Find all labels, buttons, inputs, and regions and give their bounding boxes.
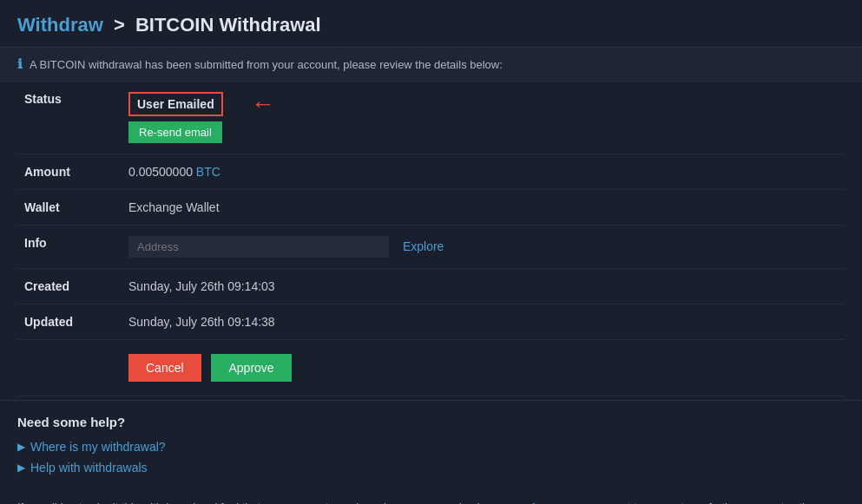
arrow-annotation: ← <box>251 92 275 116</box>
breadcrumb-separator: > <box>114 14 125 36</box>
amount-value: 0.00500000 <box>128 165 193 179</box>
help-link-2-text: Help with withdrawals <box>30 461 148 475</box>
status-row: Status User Emailed Re-send email ← <box>17 82 845 154</box>
created-row: Created Sunday, July 26th 09:14:03 <box>17 269 845 304</box>
info-label: Info <box>17 226 122 269</box>
section-divider <box>0 400 862 401</box>
details-table: Status User Emailed Re-send email ← <box>17 82 845 396</box>
amount-label: Amount <box>17 154 122 190</box>
wallet-value: Exchange Wallet <box>122 190 845 226</box>
cancel-button[interactable]: Cancel <box>128 354 201 382</box>
action-buttons-cell: Cancel Approve <box>122 340 845 396</box>
help-link-withdrawal-location[interactable]: ▶ Where is my withdrawal? <box>17 440 845 454</box>
status-value-cell: User Emailed Re-send email ← <box>122 82 845 154</box>
amount-row: Amount 0.00500000 BTC <box>17 154 845 190</box>
action-row: Cancel Approve <box>17 340 845 396</box>
info-icon: ℹ <box>17 56 23 72</box>
created-label: Created <box>17 269 122 304</box>
breadcrumb: Withdraw > BITCOIN Withdrawal <box>17 14 845 36</box>
chevron-icon-2: ▶ <box>17 461 25 474</box>
amount-value-cell: 0.00500000 BTC <box>122 154 845 190</box>
warning-text-before: If you did not submit this withdrawal an… <box>17 501 532 504</box>
freeze-account-link[interactable]: freeze your account <box>532 501 631 504</box>
warning-text-after: to prevent any further account actions. <box>631 501 826 504</box>
wallet-label: Wallet <box>17 190 122 226</box>
status-label: Status <box>17 82 122 154</box>
info-message: A BITCOIN withdrawal has been submitted … <box>30 58 503 71</box>
help-link-withdrawals[interactable]: ▶ Help with withdrawals <box>17 461 845 475</box>
info-row: Info Explore <box>17 226 845 269</box>
created-value: Sunday, July 26th 09:14:03 <box>122 269 845 304</box>
arrow-icon: ← <box>251 92 275 116</box>
help-section: Need some help? ▶ Where is my withdrawal… <box>0 415 862 499</box>
info-value-cell: Explore <box>122 226 845 269</box>
page-title: BITCOIN Withdrawal <box>135 14 321 36</box>
action-label-cell <box>17 340 122 396</box>
help-title: Need some help? <box>17 415 845 429</box>
status-text: User Emailed <box>137 97 214 111</box>
approve-button[interactable]: Approve <box>211 354 291 382</box>
withdraw-breadcrumb-link[interactable]: Withdraw <box>17 14 103 36</box>
help-link-1-text: Where is my withdrawal? <box>30 440 166 454</box>
wallet-row: Wallet Exchange Wallet <box>17 190 845 226</box>
updated-row: Updated Sunday, July 26th 09:14:38 <box>17 304 845 340</box>
address-input[interactable] <box>128 236 389 258</box>
updated-value: Sunday, July 26th 09:14:38 <box>122 304 845 340</box>
explore-link[interactable]: Explore <box>403 239 444 253</box>
main-content: Status User Emailed Re-send email ← <box>0 82 862 396</box>
updated-label: Updated <box>17 304 122 340</box>
info-bar: ℹ A BITCOIN withdrawal has been submitte… <box>0 48 862 82</box>
chevron-icon-1: ▶ <box>17 441 25 453</box>
page-header: Withdraw > BITCOIN Withdrawal <box>0 0 862 48</box>
warning-text: If you did not submit this withdrawal an… <box>0 499 862 504</box>
resend-email-button[interactable]: Re-send email <box>128 121 222 143</box>
status-box: User Emailed <box>128 92 223 116</box>
btc-currency-link[interactable]: BTC <box>196 165 220 179</box>
